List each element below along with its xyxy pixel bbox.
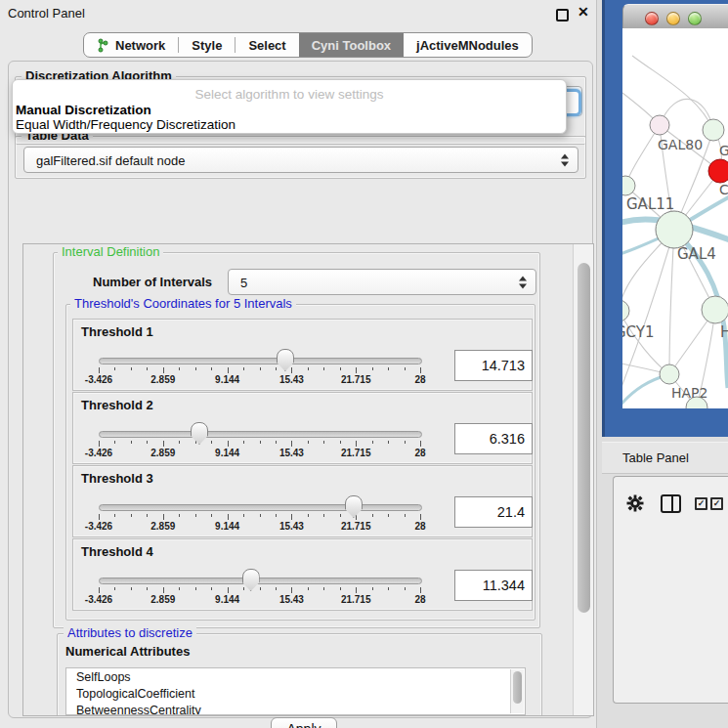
zoom-traffic-light[interactable] xyxy=(688,12,702,25)
interval-group-label: Interval Definition xyxy=(58,244,163,259)
threshold-4-slider-track[interactable] xyxy=(99,578,422,584)
table-panel-window: ✓ ✓ shared... na YDL19...YDL1 YDR27...YD… xyxy=(613,476,728,704)
numerical-attributes-label: Numerical Attributes xyxy=(62,644,193,659)
cyni-toolbox-panel: Discretization Algorithm Table Data galF… xyxy=(8,61,593,718)
network-view-canvas[interactable]: GAL80 GA C GAL11 GAL4 GCY1 H HAP2 xyxy=(622,28,728,408)
num-intervals-combo[interactable]: 5 xyxy=(228,269,536,295)
node-hap2[interactable] xyxy=(660,364,679,384)
node-gcy1[interactable] xyxy=(622,300,629,321)
panel-title: Control Panel xyxy=(8,6,85,21)
close-icon[interactable]: ✕ xyxy=(578,4,589,20)
minimize-traffic-light[interactable] xyxy=(666,12,680,25)
threshold-3-slider-thumb[interactable] xyxy=(345,495,363,518)
tab-jactive-label: jActiveMNodules xyxy=(416,38,519,53)
combo-spinner-icon xyxy=(561,153,569,166)
threshold-3-value-field[interactable]: 21.4 xyxy=(454,496,533,528)
attributes-group-label: Attributes to discretize xyxy=(64,625,196,640)
threshold-1-value-field[interactable]: 14.713 xyxy=(454,350,533,381)
node-label-partial-mid: C xyxy=(719,182,728,197)
list-scrollbar[interactable] xyxy=(510,669,524,713)
checkbox-icon[interactable]: ✓ xyxy=(695,497,707,510)
node-label-hap2: HAP2 xyxy=(671,385,707,401)
tab-style[interactable]: Style xyxy=(179,33,235,57)
node-label-gal11: GAL11 xyxy=(626,195,674,213)
node-top-right[interactable] xyxy=(703,119,724,141)
network-window-titlebar[interactable] xyxy=(622,4,728,29)
tab-select[interactable]: Select xyxy=(236,33,298,57)
panel-scrollbar-thumb[interactable] xyxy=(578,263,590,613)
threshold-3-label: Threshold 3 xyxy=(81,471,153,486)
threshold-2-slider-track[interactable] xyxy=(99,431,422,438)
float-window-icon[interactable] xyxy=(556,9,569,21)
control-panel-tabs: Network Style Select Cyni Toolbox jActiv… xyxy=(83,32,533,58)
num-intervals-label: Number of Intervals xyxy=(89,275,216,289)
tab-cyni-label: Cyni Toolbox xyxy=(312,38,391,53)
threshold-4-box: Threshold 4 -3.4262.8599.14415.4321.7152… xyxy=(72,538,533,611)
node-label-gal80: GAL80 xyxy=(658,137,703,152)
list-item[interactable]: SelfLoops xyxy=(66,668,525,685)
threshold-1-box: Threshold 1 -3.4262.8599.14415.4321.7152… xyxy=(72,319,533,391)
control-panel: Control Panel ✕ Network Style Select Cyn… xyxy=(0,0,597,728)
tab-network[interactable]: Network xyxy=(84,33,178,57)
list-item[interactable]: TopologicalCoefficient xyxy=(66,685,525,702)
control-panel-titlebar: Control Panel ✕ xyxy=(0,0,596,26)
threshold-3-box: Threshold 3 -3.4262.8599.14415.4321.7152… xyxy=(72,465,533,537)
num-intervals-value: 5 xyxy=(240,275,247,289)
interval-groupbox: Interval Definition Number of Intervals … xyxy=(53,252,540,628)
settings-scroll-panel: Interval Definition Number of Intervals … xyxy=(22,243,594,716)
table-data-combo[interactable]: galFiltered.sif default node xyxy=(23,147,578,173)
node-label-gcy1: GCY1 xyxy=(622,323,655,341)
node-label-partial-top: GA xyxy=(719,143,728,158)
list-item[interactable]: BetweennessCentrality xyxy=(66,702,525,715)
threshold-1-label: Threshold 1 xyxy=(81,324,153,339)
node-right-low[interactable] xyxy=(702,296,728,323)
threshold-4-slider-thumb[interactable] xyxy=(242,569,260,591)
panel-scrollbar[interactable] xyxy=(573,244,594,715)
node-label-partial-low: H xyxy=(720,323,728,341)
threshold-groupbox: Threshold's Coordinates for 5 Intervals … xyxy=(65,304,535,621)
threshold-2-box: Threshold 2 -3.4262.8599.14415.4321.7152… xyxy=(72,392,533,464)
threshold-2-slider-thumb[interactable] xyxy=(191,422,208,445)
algorithm-dropdown-popup: Select algorithm to view settings Manual… xyxy=(12,79,567,134)
threshold-1-slider-track[interactable] xyxy=(99,358,422,364)
columns-icon[interactable] xyxy=(661,494,681,513)
gear-icon[interactable] xyxy=(626,494,644,512)
threshold-group-label: Threshold's Coordinates for 5 Intervals xyxy=(70,296,296,311)
threshold-3-slider-track[interactable] xyxy=(99,504,422,511)
table-data-groupbox: Table Data galFiltered.sif default node xyxy=(15,136,586,179)
table-panel-title: Table Panel xyxy=(622,450,689,465)
popup-option-equal-width[interactable]: Equal Width/Frequency Discretization xyxy=(16,117,236,132)
node-label-gal4: GAL4 xyxy=(677,245,716,263)
network-icon xyxy=(97,38,109,53)
checkbox-icon[interactable]: ✓ xyxy=(710,497,723,510)
numerical-attributes-list[interactable]: SelfLoops TopologicalCoefficient Between… xyxy=(65,667,526,715)
apply-button[interactable]: Apply xyxy=(271,717,337,728)
popup-hint-option[interactable]: Select algorithm to view settings xyxy=(13,87,566,102)
close-traffic-light[interactable] xyxy=(645,12,659,25)
node-gal4[interactable] xyxy=(656,211,693,248)
threshold-4-value-field[interactable]: 11.344 xyxy=(454,570,533,601)
combo-spinner-icon xyxy=(519,276,527,288)
node-red-selected[interactable] xyxy=(708,159,728,183)
threshold-2-value-field[interactable]: 6.316 xyxy=(454,423,533,454)
threshold-4-label: Threshold 4 xyxy=(81,544,153,559)
tab-style-label: Style xyxy=(192,38,222,53)
node-gal80[interactable] xyxy=(650,115,669,135)
tab-jactivemnodules[interactable]: jActiveMNodules xyxy=(404,33,532,57)
threshold-2-label: Threshold 2 xyxy=(81,398,153,412)
popup-option-manual[interactable]: Manual Discretization xyxy=(16,103,151,117)
tab-network-label: Network xyxy=(115,38,165,53)
tab-select-label: Select xyxy=(248,38,285,53)
tab-cyni-toolbox[interactable]: Cyni Toolbox xyxy=(299,33,404,57)
table-data-combo-value: galFiltered.sif default node xyxy=(36,152,185,167)
